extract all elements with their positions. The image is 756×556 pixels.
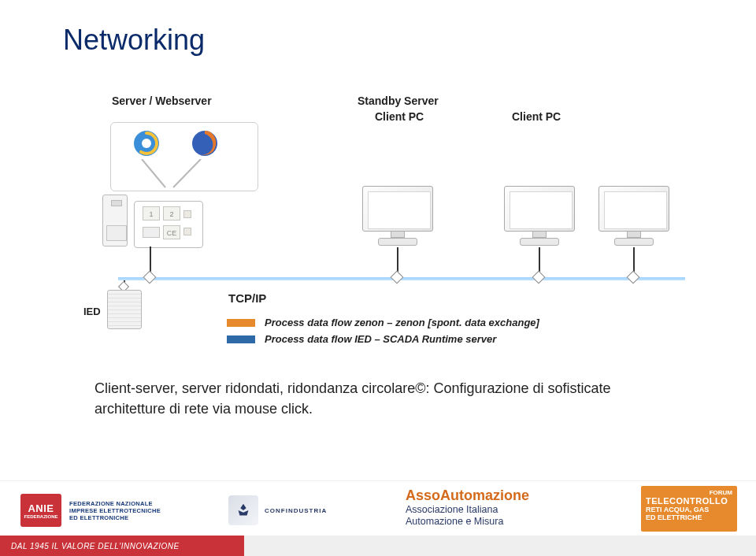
label-server-webserver: Server / Webserver <box>112 95 212 107</box>
client-pc-2-icon <box>598 186 669 247</box>
client1-node-icon <box>532 271 546 284</box>
standby-server-pc-icon <box>362 186 433 247</box>
anie-badge-top: ANIE <box>28 502 54 514</box>
tc-line2: ED ELETTRICHE <box>646 513 732 521</box>
svg-line-4 <box>173 159 201 187</box>
slide-title: Networking <box>63 24 205 57</box>
legend-blue-text: Process data flow IED – SCADA Runtime se… <box>265 332 496 348</box>
label-tcpip: TCP/IP <box>228 291 266 305</box>
standby-node-icon <box>391 271 404 284</box>
legend: Process data flow zenon – zenon [spont. … <box>227 315 539 348</box>
anie-badge-bottom: FEDERAZIONE <box>24 514 57 519</box>
footer: ANIE FEDERAZIONE FEDERAZIONE NAZIONALE I… <box>0 480 756 556</box>
svg-line-3 <box>142 159 165 187</box>
assoa-title: AssoAutomazione <box>406 487 529 504</box>
client2-node-icon <box>627 271 640 284</box>
label-client-pc-standby: Client PC <box>375 110 424 123</box>
confindustria-logo: CONFINDUSTRIA <box>228 489 339 532</box>
svg-point-1 <box>142 139 151 148</box>
footer-tagline: DAL 1945 IL VALORE DELL'INNOVAZIONE <box>0 536 244 556</box>
tc-forum: FORUM <box>646 489 732 496</box>
anie-line1: FEDERAZIONE NAZIONALE <box>69 500 161 507</box>
assoa-line1: Associazione Italiana <box>406 504 529 516</box>
legend-swatch-orange <box>227 319 255 327</box>
legend-swatch-blue <box>227 335 255 343</box>
label-ied: IED <box>83 306 101 317</box>
anie-line3: ED ELETTRONICHE <box>69 514 161 521</box>
server-node-icon <box>143 271 157 284</box>
zenon-config-box: 1 2 CE <box>134 201 203 248</box>
client-pc-1-icon <box>504 186 575 247</box>
assoa-line2: Automazione e Misura <box>406 516 529 528</box>
legend-orange-text: Process data flow zenon – zenon [spont. … <box>265 315 539 332</box>
anie-line2: IMPRESE ELETTROTECNICHE <box>69 507 161 514</box>
internet-explorer-icon <box>131 128 162 159</box>
confindustria-text: CONFINDUSTRIA <box>265 507 327 514</box>
eagle-icon <box>235 502 252 519</box>
server-tower-icon <box>102 195 128 246</box>
tc-title: TELECONTROLLO <box>646 496 732 506</box>
label-client-pc-2: Client PC <box>512 110 561 123</box>
webserver-connectors <box>126 159 236 191</box>
footer-strip-grey <box>244 536 756 556</box>
firefox-icon <box>189 128 220 159</box>
telecontrollo-badge: FORUM TELECONTROLLO RETI ACQUA, GAS ED E… <box>641 486 737 532</box>
ied-device-icon <box>107 290 142 329</box>
tc-line1: RETI ACQUA, GAS <box>646 506 732 513</box>
body-text: Client-server, server ridondati, ridonda… <box>94 378 662 419</box>
label-standby-server: Standby Server <box>358 95 439 107</box>
assoautomazione-block: AssoAutomazione Associazione Italiana Au… <box>406 487 529 528</box>
anie-logo: ANIE FEDERAZIONE FEDERAZIONE NAZIONALE I… <box>20 489 203 532</box>
